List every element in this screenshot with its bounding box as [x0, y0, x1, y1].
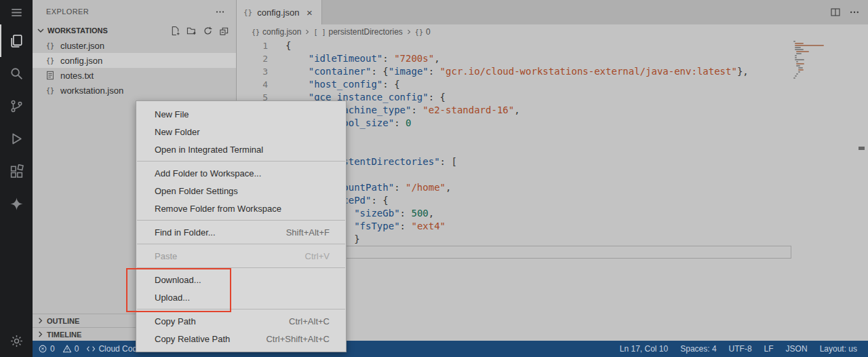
status-keyboard-layout[interactable]: Layout: us: [820, 344, 857, 354]
collapse-all-button[interactable]: [217, 24, 231, 37]
menu-item-label: Upload...: [155, 293, 190, 303]
minimap-line: [798, 67, 804, 69]
activity-gemini-button[interactable]: [0, 187, 33, 220]
breadcrumb-item[interactable]: [ ]persistentDirectories: [313, 27, 402, 37]
menu-separator: [137, 267, 345, 268]
file-row[interactable]: {}cluster.json: [33, 38, 236, 53]
minimap-line: [798, 71, 800, 73]
line-number: 3: [237, 65, 285, 78]
breadcrumb-label: persistentDirectories: [328, 27, 402, 37]
menu-item-copy-path[interactable]: Copy PathCtrl+Alt+C: [136, 312, 346, 330]
status-bar-right: Ln 17, Col 10Spaces: 4UTF-8LFJSONLayout:…: [620, 344, 857, 354]
editor-actions: [830, 0, 860, 24]
breadcrumb-separator-icon: [303, 28, 311, 36]
code-line: }: [285, 130, 749, 143]
menu-separator: [137, 161, 345, 162]
error-icon: [38, 344, 47, 354]
code-line: }: [285, 233, 749, 246]
explorer-context-menu: New FileNew FolderOpen in Integrated Ter…: [136, 100, 347, 352]
more-actions-button[interactable]: [213, 5, 226, 18]
status-indentation[interactable]: Spaces: 4: [680, 344, 716, 354]
tab-config-json[interactable]: {} config.json ×: [237, 0, 322, 24]
minimap[interactable]: [793, 41, 861, 79]
status-indentation-label: Spaces: 4: [680, 344, 716, 354]
menu-item-upload[interactable]: Upload...: [136, 288, 346, 306]
code-line: "gce_instance_config": {: [285, 91, 749, 104]
activity-settings-button[interactable]: [0, 324, 33, 357]
chevron-right-icon: [35, 316, 45, 326]
minimap-line: [796, 65, 800, 67]
status-eol[interactable]: LF: [764, 344, 774, 354]
minimap-line: [795, 75, 797, 77]
file-row[interactable]: {}config.json: [33, 53, 236, 68]
line-number: 1: [237, 39, 285, 52]
file-label: config.json: [60, 56, 102, 66]
dots-icon: [215, 7, 225, 17]
status-warnings[interactable]: 0: [62, 344, 79, 354]
activity-cloud-code-button[interactable]: [0, 122, 33, 155]
code-content: { "idleTimeout": "7200s", "container": {…: [285, 39, 749, 284]
menu-item-paste: PasteCtrl+V: [136, 247, 346, 265]
status-cursor-position-label: Ln 17, Col 10: [620, 344, 668, 354]
menu-item-new-file[interactable]: New File: [136, 105, 346, 123]
status-errors[interactable]: 0: [38, 344, 55, 354]
code-icon: [86, 344, 96, 354]
code-line: "fsType": "ext4": [285, 220, 749, 233]
minimap-line: [795, 57, 797, 58]
menu-item-open-in-integrated-terminal[interactable]: Open in Integrated Terminal: [136, 140, 346, 158]
code-line: "persistentDirectories": [: [285, 155, 749, 168]
activity-search-button[interactable]: [0, 57, 33, 90]
activity-menu-button[interactable]: [0, 0, 33, 24]
panel-label: OUTLINE: [47, 317, 79, 325]
status-cloud-code[interactable]: Cloud Code: [86, 344, 141, 354]
status-encoding[interactable]: UTF-8: [729, 344, 752, 354]
code-line: "gcePd": {: [285, 194, 749, 207]
menu-item-find-in-folder[interactable]: Find in Folder...Shift+Alt+F: [136, 223, 346, 241]
hamburger-icon: [9, 5, 24, 20]
json-icon: {}: [45, 85, 56, 96]
minimap-line: [795, 45, 823, 46]
menu-item-new-folder[interactable]: New Folder: [136, 123, 346, 140]
refresh-button[interactable]: [201, 24, 214, 37]
minimap-line: [796, 61, 798, 62]
minimap-line: [796, 73, 798, 75]
code-line: }: [285, 246, 749, 259]
breadcrumb-separator-icon: [405, 28, 413, 36]
status-language-mode[interactable]: JSON: [786, 344, 808, 354]
new-folder-icon: [186, 26, 197, 36]
new-file-icon: [170, 26, 180, 36]
breadcrumb-item[interactable]: {}config.json: [252, 27, 301, 37]
code-line: {: [285, 39, 749, 52]
more-actions-icon[interactable]: [849, 7, 860, 18]
new-file-button[interactable]: [168, 24, 182, 37]
file-row[interactable]: notes.txt: [33, 68, 236, 83]
file-row[interactable]: {}workstation.json: [33, 83, 236, 98]
activity-source-control-button[interactable]: [0, 90, 33, 122]
breadcrumb-item[interactable]: {}0: [415, 27, 431, 37]
code-line: "container": {"image": "gcr.io/cloud-wor…: [285, 65, 749, 78]
menu-item-add-folder-to-workspace[interactable]: Add Folder to Workspace...: [136, 164, 346, 182]
close-icon[interactable]: ×: [304, 7, 315, 18]
status-cursor-position[interactable]: Ln 17, Col 10: [620, 344, 668, 354]
scrollbar-thumb[interactable]: [859, 147, 865, 150]
menu-item-download[interactable]: Download...: [136, 271, 346, 288]
sidebar-header: EXPLORER: [33, 0, 236, 23]
file-list: {}cluster.json{}config.jsonnotes.txt{}wo…: [33, 38, 236, 98]
menu-item-copy-relative-path[interactable]: Copy Relative PathCtrl+Shift+Alt+C: [136, 330, 346, 347]
activity-extensions-button[interactable]: [0, 155, 33, 187]
activity-explorer-button[interactable]: [0, 24, 33, 57]
menu-item-shortcut: Ctrl+Alt+C: [289, 316, 330, 326]
file-label: cluster.json: [60, 41, 104, 51]
code-line: "mountPath": "/home",: [285, 181, 749, 194]
menu-item-open-folder-settings[interactable]: Open Folder Settings: [136, 182, 346, 200]
new-folder-button[interactable]: [184, 24, 198, 37]
menu-item-label: Find in Folder...: [155, 227, 216, 238]
minimap-line: [795, 47, 801, 48]
warning-icon: [62, 344, 72, 354]
split-editor-icon[interactable]: [830, 7, 841, 18]
search-icon: [9, 67, 24, 81]
menu-item-remove-folder-from-workspace[interactable]: Remove Folder from Workspace: [136, 200, 346, 217]
workspace-section-header[interactable]: WORKSTATIONS: [33, 23, 236, 38]
code-line: "machine_type": "e2-standard-16",: [285, 104, 749, 117]
chevron-right-icon: [35, 329, 45, 339]
